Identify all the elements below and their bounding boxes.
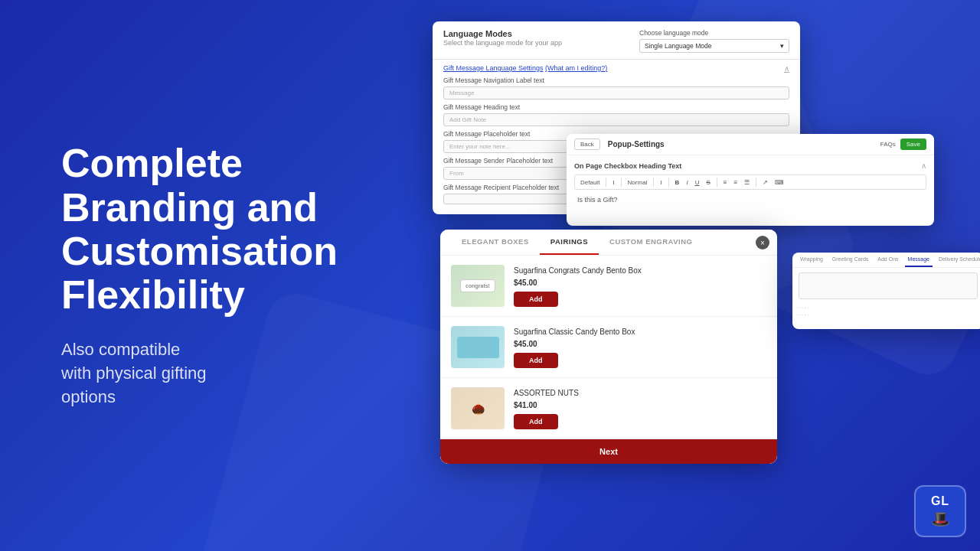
- toolbar-strike[interactable]: S: [704, 178, 712, 187]
- product-info-3: ASSORTED NUTS $41.00 Add: [514, 388, 766, 429]
- toolbar-sep3: [653, 178, 654, 187]
- subtext-line2: with physical gifting: [61, 364, 207, 383]
- toolbar-size[interactable]: I: [610, 178, 616, 187]
- heading-line1: Complete: [61, 141, 243, 185]
- toolbar-link[interactable]: ↗: [760, 178, 770, 187]
- popup-body: On Page Checkbox Heading Text ∧ Default …: [567, 155, 934, 212]
- product-price-2: $45.00: [514, 340, 766, 348]
- product-info-1: Sugarfina Congrats Candy Bento Box $45.0…: [514, 266, 766, 307]
- checkbox-heading-label: On Page Checkbox Heading Text: [574, 162, 681, 170]
- product-item-2: Sugarfina Classic Candy Bento Box $45.00…: [440, 317, 777, 378]
- small-tab-addons[interactable]: Add Ons: [874, 253, 901, 267]
- product-list: congrats! Sugarfina Congrats Candy Bento…: [440, 256, 777, 439]
- toolbar-default[interactable]: Default: [578, 178, 602, 187]
- product-info-2: Sugarfina Classic Candy Bento Box $45.00…: [514, 327, 766, 368]
- nuts-image: 🌰: [451, 387, 505, 429]
- toolbar-list2[interactable]: ≡: [731, 178, 740, 187]
- main-heading: Complete Branding and Customisation Flex…: [61, 142, 413, 317]
- tab-elegant-boxes[interactable]: ELEGANT BOXES: [451, 230, 540, 255]
- popup-title: Popup-Settings: [600, 140, 880, 148]
- chevron-down-icon: ▾: [780, 42, 784, 50]
- small-tab-greeting[interactable]: Greeting Cards: [829, 253, 871, 267]
- tab-pairings[interactable]: PAIRINGS: [540, 230, 599, 255]
- toolbar-italic[interactable]: I: [684, 178, 690, 187]
- toolbar-code[interactable]: ⌨: [773, 178, 786, 187]
- toolbar-row: Default I Normal I B I U S ≡ ≡ ☰ ↗ ⌨: [574, 174, 926, 190]
- collapse-icon[interactable]: ∧: [784, 64, 789, 73]
- faqs-button[interactable]: FAQs: [880, 141, 896, 148]
- gl-hat-icon: 🎩: [931, 510, 950, 528]
- small-tab-message[interactable]: Message: [905, 253, 933, 267]
- save-button[interactable]: Save: [900, 139, 926, 150]
- small-win-tabs: Wrapping Greeting Cards Add Ons Message …: [792, 253, 980, 268]
- field-nav-label: Gift Message Navigation Label text Messa…: [443, 77, 789, 99]
- tab-custom-engraving[interactable]: CUSTOM ENGRAVING: [599, 230, 703, 255]
- heading-line4: Flexibility: [61, 272, 245, 317]
- toolbar-list3[interactable]: ☰: [742, 178, 752, 187]
- checkbox-heading-row: On Page Checkbox Heading Text ∧: [574, 161, 926, 170]
- product-img-1: congrats!: [451, 265, 505, 307]
- collapse-icon[interactable]: ∧: [921, 161, 926, 170]
- toolbar-sep5: [717, 178, 717, 187]
- add-button-1[interactable]: Add: [514, 292, 558, 307]
- gl-text: GL: [931, 494, 949, 508]
- next-button[interactable]: Next: [440, 439, 777, 464]
- subtext-line3: options: [61, 387, 116, 406]
- checkbox-preview-text: Is this a Gift?: [574, 194, 926, 206]
- toolbar-underline[interactable]: U: [693, 178, 702, 187]
- gift-link[interactable]: (What am I editing?): [545, 64, 607, 72]
- small-win-body: · · · · · · · ·: [792, 268, 980, 329]
- heading-line3: Customisation: [61, 229, 338, 273]
- close-button[interactable]: ×: [756, 236, 769, 249]
- small-window: Wrapping Greeting Cards Add Ons Message …: [792, 253, 980, 329]
- heading-line2: Branding and: [61, 185, 318, 230]
- classic-image: [451, 326, 505, 368]
- small-dots: · · · · · · · ·: [799, 305, 978, 318]
- product-price-1: $45.00: [514, 279, 766, 287]
- toolbar-sep1: [606, 178, 606, 187]
- toolbar-normal[interactable]: Normal: [626, 178, 650, 187]
- popup-right-buttons: FAQs Save: [880, 139, 926, 150]
- product-tabs: ELEGANT BOXES PAIRINGS CUSTOM ENGRAVING: [440, 230, 777, 255]
- product-price-3: $41.00: [514, 401, 766, 409]
- product-item-1: congrats! Sugarfina Congrats Candy Bento…: [440, 256, 777, 317]
- gift-section-title: Gift Message Language Settings (What am …: [443, 64, 789, 72]
- add-button-3[interactable]: Add: [514, 414, 558, 429]
- product-name-2: Sugarfina Classic Candy Bento Box: [514, 327, 766, 337]
- toolbar-sep2: [621, 178, 622, 187]
- back-button[interactable]: Back: [574, 139, 600, 150]
- add-button-2[interactable]: Add: [514, 353, 558, 368]
- toolbar-bold[interactable]: B: [673, 178, 682, 187]
- lang-window-subtitle: Select the language mode for your app: [443, 39, 593, 47]
- mode-value: Single Language Mode: [645, 42, 711, 50]
- product-img-2: [451, 326, 505, 368]
- toolbar-font-size[interactable]: I: [658, 178, 664, 187]
- small-tab-wrapping[interactable]: Wrapping: [797, 253, 826, 267]
- sub-heading: Also compatible with physical gifting op…: [61, 338, 413, 409]
- toolbar-sep6: [756, 178, 756, 187]
- heading-input[interactable]: Add Gift Note: [443, 113, 789, 126]
- product-name-3: ASSORTED NUTS: [514, 388, 766, 398]
- hero-content: Complete Branding and Customisation Flex…: [61, 0, 413, 551]
- toolbar-sep4: [668, 178, 669, 187]
- small-field-1: [799, 272, 978, 302]
- screenshots-area: Language Modes Select the language mode …: [417, 0, 980, 551]
- lang-window-title: Language Modes: [443, 29, 593, 38]
- product-img-3: 🌰: [451, 387, 505, 429]
- toolbar-list1[interactable]: ≡: [721, 178, 730, 187]
- field-heading: Gift Message Heading text Add Gift Note: [443, 103, 789, 126]
- popup-header: Back Popup-Settings FAQs Save: [567, 134, 934, 155]
- language-mode-select[interactable]: Single Language Mode ▾: [639, 39, 789, 53]
- gl-badge: GL 🎩: [914, 485, 966, 537]
- congrats-image: congrats!: [451, 265, 505, 307]
- small-tab-delivery[interactable]: Delivery Schedule: [936, 253, 980, 267]
- product-popup-header: ELEGANT BOXES PAIRINGS CUSTOM ENGRAVING …: [440, 230, 777, 256]
- product-popup-window: ELEGANT BOXES PAIRINGS CUSTOM ENGRAVING …: [440, 230, 777, 464]
- product-name-1: Sugarfina Congrats Candy Bento Box: [514, 266, 766, 276]
- subtext-line1: Also compatible: [61, 340, 180, 359]
- message-textarea[interactable]: [799, 272, 978, 299]
- popup-settings-window: Back Popup-Settings FAQs Save On Page Ch…: [567, 134, 934, 226]
- nav-label-input[interactable]: Message: [443, 86, 789, 99]
- product-item-3: 🌰 ASSORTED NUTS $41.00 Add: [440, 378, 777, 439]
- choose-mode-label: Choose language mode: [639, 29, 789, 37]
